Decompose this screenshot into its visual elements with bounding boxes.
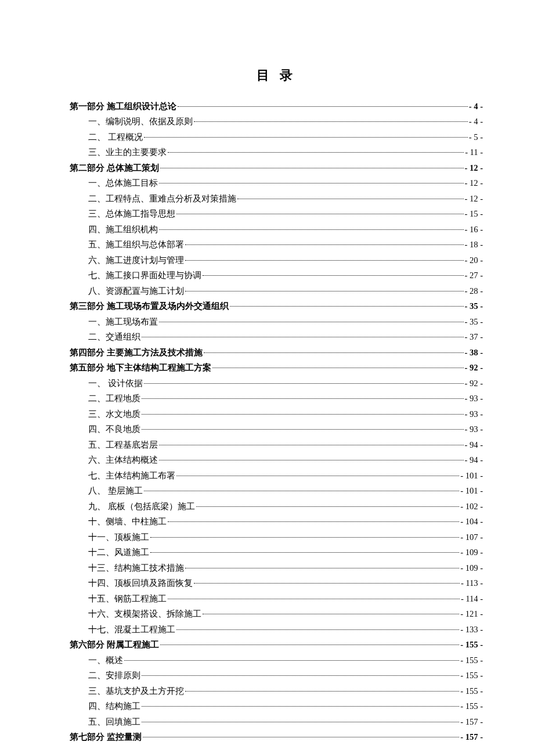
toc-leader-dots xyxy=(142,670,459,679)
toc-entry: 五、工程基底岩层- 94 - xyxy=(88,439,483,449)
toc-leader-dots xyxy=(144,131,468,140)
toc-entry-label: 一、 设计依据 xyxy=(88,379,143,388)
toc-entry: 第一部分 施工组织设计总论- 4 - xyxy=(70,100,483,110)
toc-leader-dots xyxy=(168,593,460,602)
toc-entry-page: - 35 - xyxy=(465,302,483,311)
toc-entry-label: 三、水文地质 xyxy=(88,410,140,419)
toc-entry-page: - 27 - xyxy=(465,271,483,280)
toc-entry: 十六、支模架搭设、拆除施工- 121 - xyxy=(88,609,483,618)
toc-entry: 九、 底板（包括底梁）施工- 102 - xyxy=(88,501,483,510)
toc-entry-page: - 12 - xyxy=(465,179,483,188)
toc-entry: 第三部分 施工现场布置及场内外交通组织- 35 - xyxy=(70,301,483,311)
toc-entry-page: - 102 - xyxy=(460,502,483,511)
toc-entry: 第四部分 主要施工方法及技术措施- 38 - xyxy=(70,347,483,357)
toc-entry-page: - 133 - xyxy=(460,625,483,634)
toc-entry: 四、结构施工- 155 - xyxy=(88,701,483,711)
toc-entry: 五、回填施工- 157 - xyxy=(88,716,483,726)
toc-leader-dots xyxy=(176,624,459,632)
toc-entry-page: - 93 - xyxy=(465,394,483,403)
toc-leader-dots xyxy=(159,455,464,463)
toc-leader-dots xyxy=(159,439,464,448)
toc-entry: 十三、结构施工技术措施- 109 - xyxy=(88,562,483,572)
toc-entry-page: - 15 - xyxy=(465,210,483,218)
toc-leader-dots xyxy=(159,316,464,325)
toc-entry-page: - 114 - xyxy=(461,595,483,603)
toc-entry-label: 第四部分 主要施工方法及技术措施 xyxy=(70,348,203,357)
toc-entry-label: 三、总体施工指导思想 xyxy=(88,210,175,218)
toc-leader-dots xyxy=(185,239,464,248)
toc-entry-page: - 12 - xyxy=(465,195,483,203)
toc-entry-page: - 37 - xyxy=(465,333,483,341)
toc-leader-dots xyxy=(142,408,464,417)
toc-entry-label: 十五、钢筋工程施工 xyxy=(88,595,167,603)
toc-entry-label: 第一部分 施工组织设计总论 xyxy=(70,102,176,111)
toc-entry-label: 第二部分 总体施工策划 xyxy=(70,164,159,172)
toc-entry-label: 一、施工现场布置 xyxy=(88,318,158,326)
toc-entry-label: 五、施工组织与总体部署 xyxy=(88,240,184,249)
toc-entry-page: - 93 - xyxy=(465,425,483,434)
toc-entry-page: - 155 - xyxy=(460,702,483,711)
toc-entry-page: - 157 - xyxy=(460,733,483,741)
toc-entry: 第七部分 监控量测- 157 - xyxy=(70,732,483,741)
toc-entry-page: - 157 - xyxy=(460,718,483,726)
toc-leader-dots xyxy=(144,377,464,386)
toc-leader-dots xyxy=(176,208,464,217)
toc-entry: 一、 设计依据- 92 - xyxy=(88,377,483,387)
toc-entry-page: - 92 - xyxy=(465,363,483,372)
toc-entry-page: - 38 - xyxy=(465,348,483,357)
toc-entry-page: - 16 - xyxy=(465,225,483,234)
toc-leader-dots xyxy=(159,178,464,186)
toc-entry-page: - 28 - xyxy=(465,287,483,296)
toc-entry: 一、编制说明、依据及原则- 4 - xyxy=(88,116,483,126)
toc-entry: 二、 工程概况- 5 - xyxy=(88,131,483,141)
toc-entry-label: 一、总体施工目标 xyxy=(88,179,158,188)
toc-entry-page: - 101 - xyxy=(460,487,483,495)
toc-leader-dots xyxy=(150,547,459,556)
toc-entry-page: - 35 - xyxy=(465,318,483,326)
toc-entry-page: - 104 - xyxy=(460,517,483,526)
toc-entry-page: - 94 - xyxy=(465,441,483,449)
toc-entry-label: 六、施工进度计划与管理 xyxy=(88,256,184,265)
toc-entry-label: 四、结构施工 xyxy=(88,702,140,711)
toc-leader-dots xyxy=(194,116,468,125)
toc-entry: 第六部分 附属工程施工- 155 - xyxy=(70,639,483,649)
toc-entry-page: - 92 - xyxy=(465,379,483,388)
toc-entry: 六、施工进度计划与管理- 20 - xyxy=(88,254,483,264)
toc-entry-page: - 5 - xyxy=(469,133,483,142)
toc-entry-label: 一、编制说明、依据及原则 xyxy=(88,117,193,126)
toc-entry: 第二部分 总体施工策划- 12 - xyxy=(70,162,483,172)
toc-entry-label: 十七、混凝土工程施工 xyxy=(88,625,175,634)
toc-entry-page: - 155 - xyxy=(460,656,483,665)
toc-entry-label: 一、概述 xyxy=(88,656,123,665)
toc-title: 目 录 xyxy=(70,67,483,84)
toc-entry: 一、施工现场布置- 35 - xyxy=(88,316,483,326)
toc-entry-page: - 12 - xyxy=(465,164,483,172)
toc-entry-label: 十、侧墙、中柱施工 xyxy=(88,517,167,526)
toc-entry-label: 第三部分 施工现场布置及场内外交通组织 xyxy=(70,302,229,311)
toc-entry-label: 十二、风道施工 xyxy=(88,548,149,557)
toc-entry-page: - 94 - xyxy=(465,456,483,465)
toc-entry-label: 十四、顶板回填及路面恢复 xyxy=(88,579,193,588)
toc-leader-dots xyxy=(159,224,464,232)
toc-entry-label: 第五部分 地下主体结构工程施工方案 xyxy=(70,363,211,372)
toc-entry: 二、交通组织- 37 - xyxy=(88,332,483,341)
toc-leader-dots xyxy=(185,685,459,694)
toc-entry-label: 二、 工程概况 xyxy=(88,133,143,142)
toc-entry-page: - 121 - xyxy=(460,610,483,618)
toc-leader-dots xyxy=(142,701,459,710)
toc-leader-dots xyxy=(168,516,459,525)
toc-entry-page: - 155 - xyxy=(460,687,483,696)
toc-leader-dots xyxy=(124,654,459,663)
toc-entry: 一、概述- 155 - xyxy=(88,654,483,664)
toc-leader-dots xyxy=(203,609,459,617)
toc-entry: 七、施工接口界面处理与协调- 27 - xyxy=(88,270,483,280)
toc-entry-label: 六、主体结构概述 xyxy=(88,456,158,465)
toc-leader-dots xyxy=(142,716,459,725)
toc-leader-dots xyxy=(176,470,459,478)
toc-leader-dots xyxy=(196,501,460,509)
toc-entry: 第五部分 地下主体结构工程施工方案- 92 - xyxy=(70,362,483,372)
toc-entry-label: 二、工程特点、重难点分析及对策措施 xyxy=(88,195,236,203)
toc-entry-label: 十一、顶板施工 xyxy=(88,533,149,542)
toc-entry-page: - 109 - xyxy=(460,548,483,557)
toc-leader-dots xyxy=(150,531,459,540)
